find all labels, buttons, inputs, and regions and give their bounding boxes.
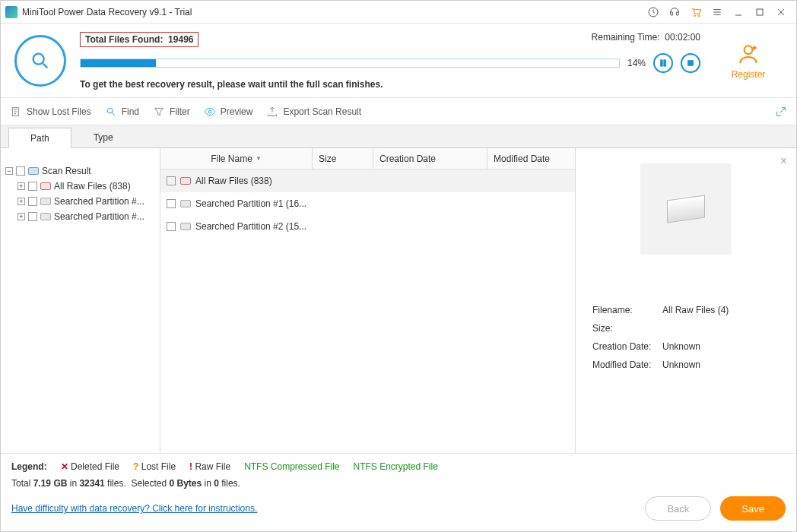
preview-thumbnail	[640, 163, 732, 255]
svg-point-1	[694, 14, 696, 16]
checkbox[interactable]	[167, 176, 176, 185]
maximize-button[interactable]	[749, 1, 770, 24]
checkbox[interactable]	[167, 199, 176, 208]
legend-ntfs-compressed: NTFS Compressed File	[244, 461, 339, 472]
legend-bar: Legend: ✕ Deleted File ? Lost File ! Raw…	[1, 453, 796, 490]
svg-point-10	[107, 108, 113, 113]
svg-point-11	[208, 110, 211, 113]
find-button[interactable]: Find	[105, 106, 139, 118]
svg-rect-5	[661, 59, 663, 65]
progress-fill	[81, 59, 156, 67]
raw-icon	[180, 177, 191, 185]
partition-icon	[40, 213, 51, 220]
share-button[interactable]	[775, 106, 787, 118]
drive-icon	[28, 167, 39, 175]
list-item[interactable]: Searched Partition #2 (15...	[160, 215, 575, 238]
drive-thumbnail-icon	[667, 195, 705, 223]
close-detail-button[interactable]: ×	[780, 154, 787, 168]
col-size[interactable]: Size	[313, 148, 373, 169]
support-icon[interactable]	[664, 1, 685, 24]
checkbox[interactable]	[167, 222, 176, 231]
cart-icon[interactable]	[685, 1, 707, 24]
raw-icon	[40, 182, 51, 190]
toolbar: Show Lost Files Find Filter Preview Expo…	[1, 98, 796, 125]
total-files-found: Total Files Found: 19496	[80, 32, 198, 47]
progress-bar	[80, 59, 620, 68]
save-button[interactable]: Save	[720, 496, 786, 521]
col-modified-date[interactable]: Modified Date	[487, 148, 575, 169]
tab-path[interactable]: Path	[8, 128, 71, 148]
partition-icon	[180, 223, 191, 230]
tree-searched-partition-1[interactable]: +Searched Partition #...	[1, 194, 160, 209]
svg-point-4	[33, 53, 44, 64]
help-link[interactable]: Have difficulty with data recovery? Clic…	[11, 503, 257, 514]
view-tabs: Path Type	[1, 125, 796, 148]
tab-type[interactable]: Type	[71, 127, 135, 147]
show-lost-files-button[interactable]: Show Lost Files	[10, 106, 91, 118]
window-title: MiniTool Power Data Recovery v9.1 - Tria…	[22, 7, 192, 17]
title-bar: MiniTool Power Data Recovery v9.1 - Tria…	[1, 1, 796, 24]
svg-rect-7	[688, 60, 694, 65]
app-logo-icon	[5, 6, 17, 18]
export-scan-result-button[interactable]: Export Scan Result	[266, 106, 361, 118]
stop-button[interactable]	[681, 53, 700, 73]
pause-button[interactable]	[653, 53, 673, 73]
collapse-icon[interactable]: −	[5, 167, 13, 175]
legend-deleted: ✕ Deleted File	[61, 461, 119, 472]
tree-sidebar: −Scan Result +All Raw Files (838) +Searc…	[1, 148, 160, 453]
expand-icon[interactable]: +	[17, 182, 25, 190]
scan-magnifier-icon	[14, 35, 66, 87]
col-creation-date[interactable]: Creation Date	[373, 148, 487, 169]
tree-root[interactable]: −Scan Result	[1, 163, 160, 179]
file-list-header: File Name▼ Size Creation Date Modified D…	[160, 148, 575, 169]
scan-message: To get the best recovery result, please …	[80, 79, 700, 90]
scan-header: Total Files Found: 19496 Remaining Time:…	[1, 24, 796, 98]
file-list: File Name▼ Size Creation Date Modified D…	[160, 148, 576, 453]
col-filename[interactable]: File Name▼	[160, 148, 313, 169]
remaining-time: Remaining Time: 00:02:00	[592, 32, 700, 47]
tree-all-raw[interactable]: +All Raw Files (838)	[1, 179, 160, 194]
list-item[interactable]: All Raw Files (838)	[160, 169, 575, 192]
svg-rect-3	[757, 9, 763, 15]
progress-percent: 14%	[627, 58, 646, 68]
stats-line: Total 7.19 GB in 32341 files. Selected 0…	[11, 478, 786, 489]
checkbox[interactable]	[28, 182, 37, 191]
partition-icon	[40, 198, 51, 205]
close-button[interactable]	[770, 1, 792, 24]
sort-arrow-icon: ▼	[256, 155, 262, 162]
svg-rect-6	[664, 59, 666, 65]
svg-point-8	[745, 46, 753, 54]
legend-ntfs-encrypted: NTFS Encrypted File	[354, 461, 438, 472]
checkbox[interactable]	[28, 212, 37, 221]
menu-icon[interactable]	[707, 1, 728, 24]
minimize-button[interactable]	[728, 1, 749, 24]
partition-icon	[180, 200, 191, 207]
preview-button[interactable]: Preview	[204, 106, 253, 118]
back-button[interactable]: Back	[645, 496, 711, 521]
detail-pane: × Filename:All Raw Files (4) Size: Creat…	[576, 148, 796, 453]
list-item[interactable]: Searched Partition #1 (16...	[160, 192, 575, 215]
history-icon[interactable]	[643, 1, 664, 24]
expand-icon[interactable]: +	[17, 198, 25, 205]
expand-icon[interactable]: +	[17, 213, 25, 220]
checkbox[interactable]	[16, 166, 25, 176]
filter-button[interactable]: Filter	[153, 106, 190, 118]
legend-lost: ? Lost File	[133, 461, 176, 472]
legend-label: Legend:	[11, 461, 47, 472]
checkbox[interactable]	[28, 197, 37, 206]
legend-raw: ! Raw File	[189, 461, 230, 472]
detail-meta: Filename:All Raw Files (4) Size: Creatio…	[591, 300, 730, 375]
register-button[interactable]: Register	[714, 42, 783, 80]
svg-point-2	[698, 14, 700, 16]
tree-searched-partition-2[interactable]: +Searched Partition #...	[1, 209, 160, 224]
